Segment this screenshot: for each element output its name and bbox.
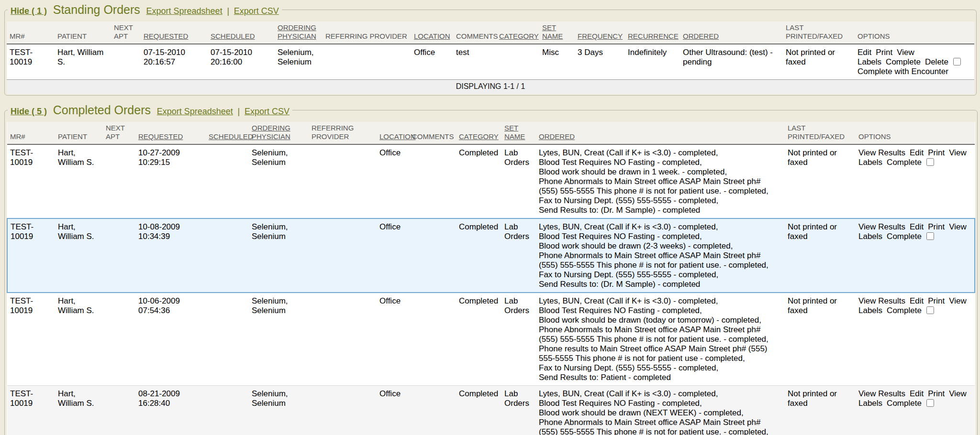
cell-patient: Hart, William S.	[55, 293, 103, 386]
option-print[interactable]: Print	[928, 148, 945, 157]
option-view-results[interactable]: View Results	[858, 148, 905, 157]
cell-comments	[409, 386, 456, 435]
column-header-options: OPTIONS	[856, 122, 975, 144]
cell-comments	[409, 293, 456, 386]
option-print[interactable]: Print	[928, 222, 945, 231]
link-separator: |	[227, 6, 229, 16]
export-csv-link[interactable]: Export CSV	[234, 6, 279, 16]
cell-mr: TEST-10019	[7, 386, 55, 435]
standing-orders-table: MR#PATIENTNEXT APTREQUESTEDSCHEDULEDORDE…	[7, 22, 974, 94]
hide-toggle-link[interactable]: Hide ( 5 )	[11, 107, 47, 116]
option-edit[interactable]: Edit	[910, 222, 924, 231]
export-spreadsheet-link[interactable]: Export Spreadsheet	[146, 6, 223, 16]
cell-set-name: Lab Orders	[501, 293, 536, 386]
cell-referring-provider	[309, 293, 377, 386]
option-complete[interactable]: Complete	[886, 57, 921, 66]
column-header-category[interactable]: CATEGORY	[496, 22, 539, 44]
pagination-row: DISPLAYING 1-1 / 1	[7, 80, 974, 95]
column-header-frequency[interactable]: FREQUENCY	[575, 22, 625, 44]
column-header-category[interactable]: CATEGORY	[456, 122, 501, 144]
option-complete[interactable]: Complete	[887, 306, 922, 315]
cell-referring-provider	[323, 44, 411, 80]
option-print[interactable]: Print	[876, 48, 892, 57]
column-header-recurrence[interactable]: RECURRENCE	[625, 22, 680, 44]
cell-category: Completed	[456, 144, 501, 218]
ordered-item: Send Results to: (Dr. M Sample) - comple…	[539, 280, 781, 289]
ordered-item: Blood Test Requires NO Fasting - complet…	[539, 306, 781, 315]
row-checkbox[interactable]	[926, 306, 934, 314]
cell-mr: TEST-10019	[7, 144, 55, 218]
option-edit[interactable]: Edit	[858, 48, 871, 57]
column-header-ordering-physician[interactable]: ORDERING PHYSICIAN	[249, 122, 309, 144]
section-title: Completed Orders	[53, 103, 151, 117]
column-header-mr: MR#	[7, 22, 55, 44]
cell-scheduled: 07-15-2010 20:16:00	[208, 44, 275, 80]
cell-ordering-physician: Selenium, Selenium	[275, 44, 323, 80]
cell-options: EditPrintView LabelsCompleteDeleteComple…	[855, 44, 974, 80]
cell-patient: Hart, William S.	[55, 144, 103, 218]
ordered-item: Phone Abnormals to Main Street office AS…	[539, 251, 781, 270]
ordered-item: Fax to Nursing Dept. (555) 555-5555 - co…	[539, 270, 781, 280]
export-spreadsheet-link[interactable]: Export Spreadsheet	[157, 107, 233, 116]
cell-set-name: Lab Orders	[501, 386, 536, 435]
column-header-ordered[interactable]: ORDERED	[536, 122, 785, 144]
cell-scheduled	[206, 386, 249, 435]
cell-last-printed: Not printed or faxed	[785, 144, 856, 218]
completed-orders-table: MR#PATIENTNEXT APTREQUESTEDSCHEDULEDORDE…	[7, 122, 975, 435]
ordered-item: Send Results to: (Dr. M Sample) - comple…	[539, 206, 781, 215]
option-edit[interactable]: Edit	[910, 148, 924, 157]
column-header-requested[interactable]: REQUESTED	[141, 22, 208, 44]
option-view-results[interactable]: View Results	[858, 389, 905, 398]
column-header-set-name[interactable]: SET NAME	[501, 122, 536, 144]
option-print[interactable]: Print	[928, 296, 945, 305]
option-complete-with-encounter[interactable]: Complete with Encounter	[858, 67, 948, 76]
ordered-item: Lytes, BUN, Creat (Call if K+ is <3.0) -…	[539, 296, 781, 306]
cell-scheduled	[206, 144, 249, 218]
column-header-mr: MR#	[7, 122, 55, 144]
cell-last-printed: Not printed or faxed	[785, 218, 856, 293]
hide-toggle-link[interactable]: Hide ( 1 )	[11, 6, 47, 16]
option-print[interactable]: Print	[928, 389, 945, 398]
column-header-patient: PATIENT	[55, 22, 111, 44]
column-header-set-name[interactable]: SET NAME	[539, 22, 575, 44]
option-complete[interactable]: Complete	[887, 399, 922, 408]
option-view-results[interactable]: View Results	[858, 296, 905, 305]
column-header-requested[interactable]: REQUESTED	[135, 122, 206, 144]
cell-patient: Hart, William S.	[55, 386, 103, 435]
option-view-results[interactable]: View Results	[858, 222, 905, 231]
cell-requested: 10-06-2009 07:54:36	[135, 293, 206, 386]
column-header-scheduled[interactable]: SCHEDULED	[208, 22, 275, 44]
cell-recurrence: Indefinitely	[625, 44, 680, 80]
cell-comments	[409, 218, 456, 293]
column-header-scheduled[interactable]: SCHEDULED	[206, 122, 249, 144]
row-checkbox[interactable]	[953, 58, 961, 65]
cell-requested: 08-21-2009 16:28:40	[135, 386, 206, 435]
row-checkbox[interactable]	[926, 158, 934, 166]
cell-next-apt	[111, 44, 141, 80]
option-complete[interactable]: Complete	[887, 232, 922, 241]
cell-scheduled	[206, 218, 249, 293]
cell-mr: TEST-10019	[7, 44, 55, 80]
column-header-ordering-physician[interactable]: ORDERING PHYSICIAN	[275, 22, 323, 44]
cell-ordering-physician: Selenium, Selenium	[249, 386, 309, 435]
cell-requested: 10-27-2009 10:29:15	[135, 144, 206, 218]
ordered-item: Lytes, BUN, Creat (Call if K+ is <3.0) -…	[539, 389, 781, 399]
export-csv-link[interactable]: Export CSV	[245, 107, 290, 116]
option-edit[interactable]: Edit	[910, 296, 924, 305]
ordered-item: Fax to Nursing Dept. (555) 555-5555 - co…	[539, 196, 781, 206]
ordered-item: Phone results to Main Street office ASAP…	[539, 344, 781, 363]
option-edit[interactable]: Edit	[910, 389, 924, 398]
column-header-ordered[interactable]: ORDERED	[680, 22, 783, 44]
row-checkbox[interactable]	[926, 399, 934, 407]
row-checkbox[interactable]	[926, 232, 934, 240]
ordered-item: Blood work should be drawn (today or tom…	[539, 315, 781, 325]
cell-location: Office	[377, 144, 409, 218]
standing-orders-section: Hide ( 1 ) Standing Orders Export Spread…	[4, 3, 977, 96]
cell-comments: test	[453, 44, 496, 80]
column-header-location[interactable]: LOCATION	[411, 22, 453, 44]
option-complete[interactable]: Complete	[887, 158, 922, 167]
column-header-comments: COMMENTS	[409, 122, 456, 144]
column-header-next-apt: NEXT APT	[111, 22, 141, 44]
option-delete[interactable]: Delete	[925, 57, 948, 66]
column-header-location[interactable]: LOCATION	[377, 122, 409, 144]
